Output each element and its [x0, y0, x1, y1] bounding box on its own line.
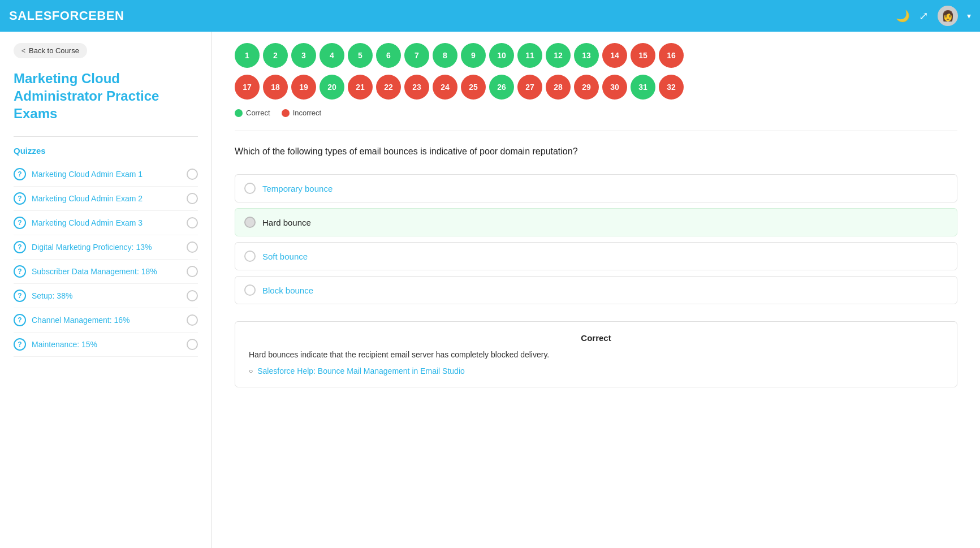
quiz-item-left: ? Subscriber Data Management: 18% [14, 265, 157, 278]
question-number-12[interactable]: 12 [546, 43, 571, 68]
logo-salesforce: SALESFORCE [9, 8, 97, 23]
quiz-label: Marketing Cloud Admin Exam 2 [32, 194, 143, 203]
question-number-20[interactable]: 20 [320, 75, 344, 100]
quiz-check [187, 339, 198, 350]
question-number-4[interactable]: 4 [320, 43, 344, 68]
sidebar-divider [14, 136, 198, 137]
question-number-30[interactable]: 30 [602, 75, 627, 100]
explanation-title: Correct [249, 333, 943, 343]
avatar-chevron-icon[interactable]: ▾ [967, 11, 971, 20]
sidebar-item-maintenance[interactable]: ? Maintenance: 15% [14, 333, 198, 357]
option-text-opt4: Block bounce [262, 286, 313, 295]
radio-opt3 [244, 251, 256, 262]
option-text-opt3: Soft bounce [262, 252, 308, 261]
question-number-3[interactable]: 3 [291, 43, 316, 68]
back-to-course-button[interactable]: Back to Course [14, 43, 87, 58]
answer-option-opt2[interactable]: Hard bounce [235, 208, 957, 236]
correct-legend: Correct [235, 109, 270, 117]
main-layout: Back to Course Marketing Cloud Administr… [0, 32, 980, 548]
quiz-icon: ? [14, 290, 26, 302]
sidebar-item-channel[interactable]: ? Channel Management: 16% [14, 308, 198, 333]
sidebar-item-exam3[interactable]: ? Marketing Cloud Admin Exam 3 [14, 211, 198, 235]
sidebar-title: Marketing Cloud Administrator Practice E… [14, 70, 198, 123]
question-number-31[interactable]: 31 [631, 75, 655, 100]
answer-options: Temporary bounce Hard bounce Soft bounce… [235, 174, 957, 304]
main-content: 1234567891011121314151617181920212223242… [212, 32, 980, 548]
sidebar-item-digital[interactable]: ? Digital Marketing Proficiency: 13% [14, 235, 198, 260]
sidebar-item-exam1[interactable]: ? Marketing Cloud Admin Exam 1 [14, 162, 198, 187]
question-number-1[interactable]: 1 [235, 43, 260, 68]
question-number-5[interactable]: 5 [348, 43, 373, 68]
quiz-item-left: ? Maintenance: 15% [14, 338, 97, 351]
question-number-15[interactable]: 15 [631, 43, 655, 68]
question-number-21[interactable]: 21 [348, 75, 373, 100]
option-text-opt2: Hard bounce [262, 218, 311, 227]
quiz-check [187, 266, 198, 277]
quiz-item-left: ? Marketing Cloud Admin Exam 3 [14, 217, 143, 229]
quiz-icon: ? [14, 217, 26, 229]
question-number-26[interactable]: 26 [489, 75, 514, 100]
question-number-19[interactable]: 19 [291, 75, 316, 100]
quizzes-label: Quizzes [14, 146, 198, 156]
question-text: Which of the following types of email bo… [235, 145, 957, 158]
question-numbers: 1234567891011121314151617181920212223242… [235, 43, 957, 100]
quiz-icon: ? [14, 314, 26, 326]
quiz-list: ? Marketing Cloud Admin Exam 1 ? Marketi… [14, 162, 198, 357]
question-number-22[interactable]: 22 [376, 75, 401, 100]
question-number-24[interactable]: 24 [433, 75, 457, 100]
radio-opt1 [244, 183, 256, 194]
question-number-25[interactable]: 25 [461, 75, 486, 100]
correct-dot [235, 109, 243, 117]
theme-toggle-icon[interactable]: 🌙 [896, 9, 910, 23]
answer-option-opt4[interactable]: Block bounce [235, 276, 957, 304]
quiz-item-left: ? Channel Management: 16% [14, 314, 130, 326]
sidebar-item-subscriber[interactable]: ? Subscriber Data Management: 18% [14, 260, 198, 284]
explanation-link[interactable]: Salesforce Help: Bounce Mail Management … [257, 366, 465, 376]
option-text-opt1: Temporary bounce [262, 184, 333, 193]
quiz-label: Marketing Cloud Admin Exam 3 [32, 218, 143, 227]
question-number-11[interactable]: 11 [517, 43, 542, 68]
question-number-28[interactable]: 28 [546, 75, 571, 100]
answer-option-opt1[interactable]: Temporary bounce [235, 174, 957, 202]
incorrect-dot [282, 109, 290, 117]
question-number-2[interactable]: 2 [263, 43, 288, 68]
quiz-check [187, 290, 198, 301]
question-number-8[interactable]: 8 [433, 43, 457, 68]
legend: Correct Incorrect [235, 109, 957, 117]
answer-option-opt3[interactable]: Soft bounce [235, 242, 957, 270]
quiz-icon: ? [14, 338, 26, 351]
quiz-item-left: ? Digital Marketing Proficiency: 13% [14, 241, 152, 253]
quiz-item-left: ? Marketing Cloud Admin Exam 2 [14, 192, 143, 205]
question-number-29[interactable]: 29 [574, 75, 599, 100]
radio-opt4 [244, 284, 256, 296]
avatar[interactable]: 👩 [938, 6, 958, 26]
correct-label: Correct [246, 109, 270, 117]
quiz-icon: ? [14, 192, 26, 205]
question-number-14[interactable]: 14 [602, 43, 627, 68]
quiz-label: Setup: 38% [32, 291, 72, 300]
question-number-18[interactable]: 18 [263, 75, 288, 100]
question-number-27[interactable]: 27 [517, 75, 542, 100]
sidebar-item-exam2[interactable]: ? Marketing Cloud Admin Exam 2 [14, 187, 198, 211]
quiz-check [187, 193, 198, 204]
radio-opt2 [244, 217, 256, 228]
content-divider [235, 131, 957, 131]
quiz-item-left: ? Setup: 38% [14, 290, 72, 302]
question-number-32[interactable]: 32 [659, 75, 684, 100]
question-number-16[interactable]: 16 [659, 43, 684, 68]
quiz-item-left: ? Marketing Cloud Admin Exam 1 [14, 168, 143, 180]
quiz-check [187, 169, 198, 180]
question-number-17[interactable]: 17 [235, 75, 260, 100]
expand-icon[interactable]: ⤢ [919, 9, 929, 23]
question-number-10[interactable]: 10 [489, 43, 514, 68]
sidebar-item-setup[interactable]: ? Setup: 38% [14, 284, 198, 308]
question-number-23[interactable]: 23 [404, 75, 429, 100]
quiz-check [187, 241, 198, 253]
question-number-6[interactable]: 6 [376, 43, 401, 68]
question-number-9[interactable]: 9 [461, 43, 486, 68]
explanation-body: Hard bounces indicate that the recipient… [249, 348, 943, 361]
sidebar: Back to Course Marketing Cloud Administr… [0, 32, 212, 548]
quiz-label: Digital Marketing Proficiency: 13% [32, 243, 152, 252]
question-number-7[interactable]: 7 [404, 43, 429, 68]
question-number-13[interactable]: 13 [574, 43, 599, 68]
